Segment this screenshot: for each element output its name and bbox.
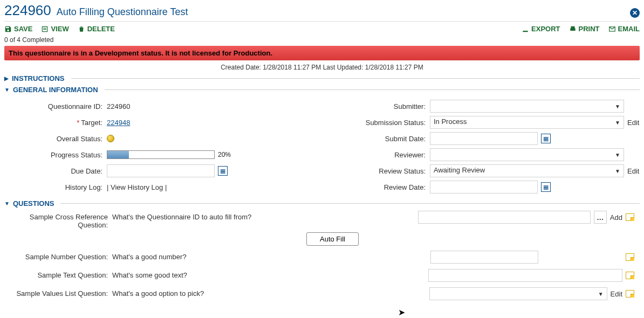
- status-dot-icon: [107, 135, 114, 142]
- label-reviewer: Reviewer:: [327, 151, 430, 159]
- chevron-right-icon: ▶: [4, 75, 9, 81]
- mail-icon: [608, 25, 616, 33]
- export-icon: [522, 25, 529, 33]
- section-instructions[interactable]: ▶ INSTRUCTIONS: [4, 74, 640, 82]
- email-button[interactable]: EMAIL: [608, 25, 640, 33]
- label-rev-date: Review Date:: [327, 183, 430, 191]
- reviewer-select[interactable]: ▼: [430, 148, 624, 161]
- label-overall: Overall Status:: [4, 135, 107, 143]
- due-date-input[interactable]: [107, 164, 215, 177]
- label-rev-status: Review Status:: [327, 167, 430, 175]
- calendar-icon[interactable]: ▦: [541, 182, 551, 192]
- note-icon[interactable]: [626, 213, 634, 221]
- edit-sub-status[interactable]: Edit: [627, 119, 639, 127]
- delete-button[interactable]: DELETE: [78, 25, 115, 33]
- submit-date-input[interactable]: [430, 132, 538, 145]
- record-id: 224960: [4, 2, 51, 19]
- label-due: Due Date:: [4, 167, 107, 175]
- save-icon: [4, 25, 12, 33]
- page-title: Auto Filling Questionnaire Test: [57, 6, 188, 18]
- add-link[interactable]: Add: [610, 213, 622, 222]
- edit-values-list[interactable]: Edit: [611, 290, 622, 298]
- crossref-input[interactable]: [418, 211, 591, 224]
- note-icon[interactable]: [626, 253, 634, 261]
- history-log-link[interactable]: | View History Log |: [107, 183, 167, 191]
- close-icon[interactable]: ✕: [630, 8, 640, 18]
- q-label: Sample Values List Question:: [4, 287, 112, 298]
- export-button[interactable]: EXPORT: [522, 25, 560, 33]
- label-target: Target:: [4, 119, 107, 127]
- label-submitter: Submitter:: [327, 102, 430, 110]
- section-questions[interactable]: ▼ QUESTIONS: [4, 199, 640, 208]
- q-label: Sample Cross Reference Question:: [4, 211, 112, 229]
- label-qid: Questionnaire ID:: [4, 102, 107, 110]
- q-label: Sample Number Question:: [4, 251, 112, 261]
- warning-banner: This questionnaire is in a Development s…: [4, 46, 640, 60]
- lookup-button[interactable]: …: [594, 211, 607, 224]
- view-icon: [41, 25, 49, 33]
- chevron-down-icon: ▼: [4, 87, 10, 93]
- label-progress: Progress Status:: [4, 151, 107, 159]
- q-text: What's the Questionnaire ID to auto fill…: [112, 211, 306, 221]
- view-button[interactable]: VIEW: [41, 25, 68, 33]
- trash-icon: [78, 25, 85, 33]
- label-sub-status: Submission Status:: [327, 119, 430, 127]
- q-text: What's some good text?: [112, 269, 306, 279]
- print-button[interactable]: PRINT: [569, 25, 600, 33]
- chevron-down-icon: ▼: [4, 201, 10, 206]
- edit-rev-status[interactable]: Edit: [627, 167, 639, 175]
- calendar-icon[interactable]: ▦: [218, 166, 228, 176]
- q-label: Sample Text Question:: [4, 269, 112, 279]
- label-sub-date: Submit Date:: [327, 135, 430, 143]
- review-date-input[interactable]: [430, 181, 538, 193]
- values-list-select[interactable]: ▼: [429, 287, 607, 300]
- q-text: What's a good number?: [112, 251, 306, 261]
- print-icon: [569, 25, 577, 33]
- number-input[interactable]: [430, 251, 538, 264]
- text-input[interactable]: [428, 269, 622, 282]
- review-status-select[interactable]: Awaiting Review ▼: [430, 164, 624, 177]
- cursor-icon: ➤: [398, 307, 405, 308]
- note-icon[interactable]: [626, 272, 634, 279]
- calendar-icon[interactable]: ▦: [541, 134, 551, 143]
- note-icon[interactable]: [626, 290, 634, 298]
- q-text: What's a good option to pick?: [112, 287, 306, 298]
- target-link[interactable]: 224948: [107, 119, 130, 127]
- value-qid: 224960: [107, 102, 317, 110]
- progress-pct: 20%: [218, 151, 231, 158]
- save-button[interactable]: SAVE: [4, 25, 32, 33]
- completion-status: 0 of 4 Completed: [4, 36, 640, 44]
- auto-fill-button[interactable]: Auto Fill: [306, 232, 359, 246]
- submission-status-select[interactable]: In Process ▼: [430, 116, 624, 129]
- label-history: History Log:: [4, 183, 107, 191]
- submitter-select[interactable]: ▼: [430, 100, 624, 113]
- meta-dates: Created Date: 1/28/2018 11:27 PM Last Up…: [4, 64, 640, 71]
- section-general[interactable]: ▼ GENERAL INFORMATION: [4, 86, 640, 94]
- progress-bar: [107, 150, 215, 159]
